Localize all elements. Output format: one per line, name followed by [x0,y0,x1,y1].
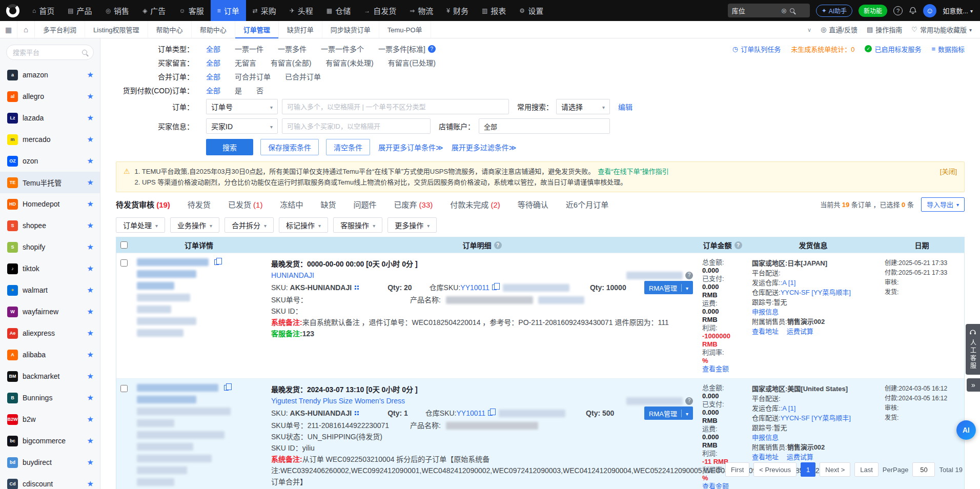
help-icon[interactable] [428,45,436,53]
ai-assistant-button[interactable]: AI助手 [816,5,852,17]
view-address-link[interactable]: 查看地址 [752,453,779,461]
new-feature-button[interactable]: 新功能 [859,5,887,17]
nav-item-finance[interactable]: ¥财务 [440,0,475,21]
star-icon[interactable] [87,350,94,359]
declare-info-link[interactable]: 申报信息 [752,307,874,317]
help-icon[interactable] [685,272,693,279]
sidebar-item-amazon[interactable]: aamazon [0,64,100,86]
nav-item-first-leg[interactable]: ✈头程 [283,0,320,21]
view-amount-link[interactable]: 查看金额 [702,365,743,373]
bell-icon[interactable] [909,7,917,15]
tab-stockout-print[interactable]: 缺货打单 [279,21,322,38]
help-icon[interactable] [685,397,693,405]
collapse-panel-button[interactable]: » [967,378,980,392]
buyer-msg-all[interactable]: 全部 [206,57,220,68]
product-title-link[interactable]: HUNIANDAJI [271,270,314,281]
ai-float-button[interactable]: AI [956,420,976,440]
buyer-field-select[interactable]: 买家ID [206,118,278,134]
sidebar-item-temu-semi[interactable]: TETemu半托管 [0,172,100,193]
tab-help-center-2[interactable]: 帮助中心 [192,21,235,38]
star-icon[interactable] [87,286,94,295]
star-icon[interactable] [87,70,94,79]
search-icon[interactable] [790,8,794,13]
global-search-input[interactable] [732,7,778,14]
close-notice-button[interactable]: [关闭] [940,166,957,188]
help-icon[interactable] [734,241,742,249]
nav-item-home[interactable]: ⌂首页 [26,0,61,21]
tab-sync-stockout-orders[interactable]: 同步缺货订单 [322,21,379,38]
nav-item-customer-service[interactable]: ☺客服 [172,0,210,21]
label-service-link[interactable]: 已启用标发服务 [865,44,921,54]
action-order-process[interactable]: 订单处理 [116,217,165,233]
order-field-select[interactable]: 订单号 [206,99,278,114]
help-icon[interactable] [494,241,502,249]
stab-payment-incomplete[interactable]: 付款未完成 (2) [450,196,500,212]
star-icon[interactable] [87,479,94,488]
freight-estimate-link[interactable]: 运费试算 [787,453,813,461]
variant-grid-icon[interactable] [355,286,356,287]
online-order-guide-link[interactable]: 查看“在线下单”操作指引 [598,168,669,175]
stab-problem[interactable]: 问题件 [353,196,376,212]
view-address-link[interactable]: 查看地址 [752,328,779,335]
nav-item-sales[interactable]: ◎销售 [99,0,136,21]
stab-pending-ship[interactable]: 待发货 [188,196,211,212]
rma-manage-button[interactable]: RMA管理 [644,406,693,420]
copy-icon[interactable] [214,259,219,265]
merge-done[interactable]: 已合并订单 [285,71,321,82]
search-button[interactable]: 搜索 [206,139,253,155]
uncreated-stat-link[interactable]: 未生成系统单统计：0 [791,44,854,54]
sidebar-item-allegro[interactable]: alallegro [0,86,100,107]
stab-frozen[interactable]: 冻结中 [280,196,303,212]
order-number-input[interactable] [282,99,509,114]
common-search-select[interactable]: 请选择 [556,99,610,114]
stab-awaiting-confirm[interactable]: 等待确认 [518,196,548,212]
more-order-conditions-link[interactable]: 展开更多订单条件≫ [378,142,443,152]
page-last-button[interactable]: Last [854,462,879,477]
user-menu[interactable]: 如意数... [943,6,973,15]
product-title-link[interactable]: Yigutest Trendy Plus Size Women's Dress [271,395,405,406]
nav-item-purchase[interactable]: ⇄采购 [246,0,283,21]
star-icon[interactable] [87,329,94,338]
star-icon[interactable] [87,156,94,166]
page-prev-button[interactable]: < Previous [753,462,797,477]
nav-item-warehouse[interactable]: ▦仓储 [320,0,357,21]
sidebar-item-lazada[interactable]: Lzlazada [0,107,100,129]
sidebar-item-wayfairnew[interactable]: Wwayfairnew [0,301,100,322]
order-type-all[interactable]: 全部 [206,44,220,54]
stab-discarded[interactable]: 已废弃 (33) [394,196,433,212]
more-filter-conditions-link[interactable]: 展开更多过滤条件≫ [452,142,517,152]
live-chat-tab[interactable]: 人工客服 [966,324,980,375]
sidebar-item-buydirect[interactable]: bdbuydirect [0,452,100,473]
buyer-msg-has-all[interactable]: 有留言(全部) [271,57,311,68]
tab-order-management[interactable]: 订单管理 [235,21,279,38]
cod-all[interactable]: 全部 [206,85,220,95]
cod-yes[interactable]: 是 [235,85,242,95]
order-queue-task-link[interactable]: 订单队列任务 [732,44,781,54]
warehouse-delivery-link[interactable]: YYCN-SF [YY菜鸟顺丰] [781,289,851,296]
star-icon[interactable] [87,458,94,467]
cod-no[interactable]: 否 [256,85,263,95]
nav-item-reports[interactable]: ▥报表 [475,0,513,21]
platform-search-input[interactable] [13,49,69,56]
nav-item-orders[interactable]: ≡订单 [211,0,246,21]
rma-manage-button[interactable]: RMA管理 [644,281,693,294]
edit-common-search-link[interactable]: 编辑 [618,101,632,112]
feedback-link[interactable]: 直通/反馈 [821,25,858,34]
star-icon[interactable] [87,135,94,144]
warehouse-sku-link[interactable]: YY10011 [460,283,489,292]
merge-can[interactable]: 可合并订单 [235,71,271,82]
guide-link[interactable]: 操作指南 [867,25,902,34]
action-more-ops[interactable]: 更多操作 [387,217,437,233]
sidebar-item-shopify[interactable]: Sshopify [0,236,100,258]
sidebar-item-walmart[interactable]: ✶walmart [0,279,100,301]
star-icon[interactable] [87,393,94,402]
action-merge-split[interactable]: 合并拆分 [224,217,274,233]
view-amount-link[interactable]: 查看金额 [702,482,743,489]
sidebar-item-backmarket[interactable]: BMbackmarket [0,365,100,387]
save-search-button[interactable]: 保存搜索条件 [260,139,319,155]
sidebar-item-ozon[interactable]: OZozon [0,150,100,172]
stab-stockout[interactable]: 缺货 [320,196,336,212]
ship-warehouse-link[interactable]: :A [1] [781,279,796,287]
order-type-multi[interactable]: 一票多件 [278,44,307,54]
global-search[interactable] [728,4,810,17]
